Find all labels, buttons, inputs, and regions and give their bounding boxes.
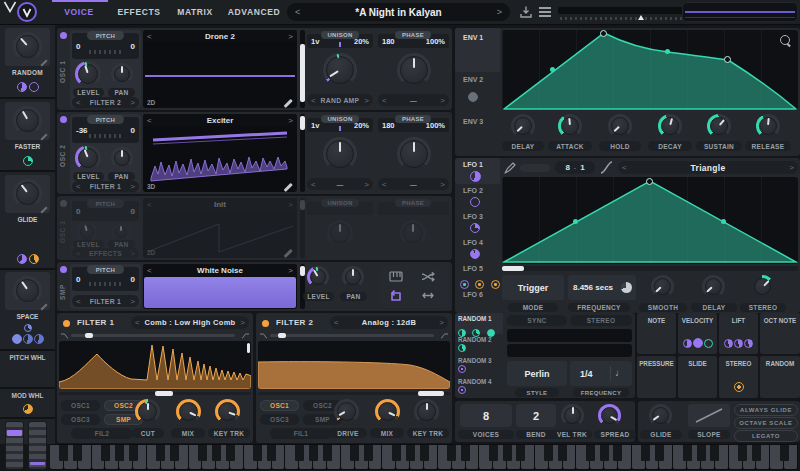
mod-amount-icon[interactable] (491, 280, 500, 289)
black-key[interactable] (350, 445, 359, 461)
filter2-keytrack-knob[interactable] (414, 399, 439, 424)
osc1-moda-selector[interactable]: < RAND AMP > (307, 94, 373, 106)
lfo1-mod-icon[interactable] (470, 171, 481, 182)
next-wavetable-icon[interactable]: > (288, 32, 293, 41)
next-wavetable-icon[interactable]: > (288, 200, 293, 209)
note-icon[interactable]: ♩ (615, 367, 625, 378)
black-key[interactable] (447, 445, 456, 461)
lfo-delay-knob[interactable] (702, 275, 725, 298)
osc1-view-mode[interactable]: 2D (147, 99, 155, 106)
black-key[interactable] (586, 445, 595, 461)
osc1-level-knob[interactable] (75, 61, 101, 87)
tab-matrix[interactable]: MATRIX (168, 0, 222, 24)
black-key[interactable] (613, 445, 622, 461)
osc3-unison-knob[interactable] (327, 220, 353, 246)
black-key[interactable] (406, 445, 415, 461)
filter2-power-button[interactable] (262, 320, 269, 327)
filter2-input-osc3[interactable]: OSC3 (260, 414, 299, 425)
smp-level-knob[interactable] (307, 266, 329, 288)
source-velocity[interactable]: VELOCITY (678, 313, 717, 354)
tab-voice[interactable]: VOICE (50, 0, 108, 24)
prev-wavetable-icon[interactable]: < (147, 200, 152, 209)
lfo-handle-right[interactable] (721, 219, 726, 224)
next-icon[interactable]: > (364, 180, 369, 189)
next-icon[interactable]: > (440, 180, 445, 189)
lfo-display[interactable] (502, 177, 798, 264)
osc2-level-knob[interactable] (75, 145, 101, 171)
slope-display[interactable] (688, 404, 730, 427)
black-key[interactable] (738, 445, 747, 461)
mod-amount-icon[interactable] (683, 339, 692, 348)
mod-amount-icon[interactable] (475, 280, 484, 289)
filter2-mix-knob[interactable] (375, 399, 400, 424)
legato-toggle[interactable]: LEGATO (734, 430, 798, 442)
filter1-input-osc3[interactable]: OSC3 (61, 414, 100, 425)
lfo-mode-control[interactable]: Trigger (502, 275, 564, 300)
random-frequency-value[interactable]: 1/4 (580, 369, 593, 379)
env-sustain-handle[interactable] (724, 56, 731, 63)
next-icon[interactable]: > (130, 249, 135, 258)
keyboard[interactable] (50, 444, 798, 470)
osc2-pitch-ticks[interactable] (89, 134, 122, 138)
mod-amount-icon[interactable] (693, 338, 703, 348)
filter1-link-fil2[interactable]: FIL2 (71, 428, 133, 439)
black-key[interactable] (323, 445, 332, 461)
osc2-power-button[interactable] (60, 116, 67, 123)
filter1-cutoff-thumb[interactable] (155, 391, 173, 396)
filter1-blend-thumb[interactable] (85, 333, 93, 338)
tab-advanced[interactable]: ADVANCED (224, 0, 284, 24)
osc1-phase-value[interactable]: 180 (382, 37, 395, 46)
filter2-drive-knob[interactable] (334, 399, 359, 424)
zoom-icon[interactable] (780, 35, 790, 45)
smp-pitch-ticks[interactable] (89, 282, 122, 286)
env-attack-handle[interactable] (600, 30, 607, 37)
random4-tab-label[interactable]: RANDOM 4 (458, 378, 492, 385)
macro1-knob[interactable] (13, 32, 42, 61)
black-key[interactable] (226, 445, 235, 461)
osc2-moda-selector[interactable]: < — > (307, 178, 373, 190)
lfo4-tab-label[interactable]: LFO 4 (463, 239, 483, 246)
env-decay-knob[interactable] (658, 114, 682, 138)
glide-knob[interactable] (649, 404, 672, 427)
filter1-model-selector[interactable]: < Comb : Low High Comb > (131, 316, 249, 329)
mod-amount-icon[interactable] (24, 324, 32, 332)
random3-mod-icon[interactable] (458, 365, 466, 373)
osc1-power-button[interactable] (60, 32, 67, 39)
next-icon[interactable]: > (439, 318, 444, 327)
loop-icon[interactable] (389, 289, 403, 302)
env-attack-power-handle[interactable] (550, 67, 555, 72)
always-glide-toggle[interactable]: ALWAYS GLIDE (734, 404, 798, 416)
spread-knob[interactable] (598, 404, 621, 427)
menu-icon[interactable] (539, 7, 551, 17)
black-key[interactable] (129, 445, 138, 461)
preset-browser[interactable]: < *A Night in Kalyan > (287, 3, 510, 21)
osc3-wavetable-name[interactable]: Init (214, 200, 226, 209)
env-sustain-knob[interactable] (707, 114, 731, 138)
mod-amount-icon[interactable] (734, 382, 744, 392)
black-key[interactable] (392, 445, 401, 461)
random2-mod-icon[interactable] (458, 344, 466, 352)
lfo-handle-left[interactable] (573, 219, 578, 224)
env-decay-power-handle[interactable] (665, 49, 670, 54)
osc1-modb-selector[interactable]: < — > (378, 94, 449, 106)
lfo2-mod-icon[interactable] (470, 197, 480, 207)
env-hold-knob[interactable] (608, 114, 632, 138)
black-key[interactable] (780, 445, 789, 461)
osc1-wavetable-name[interactable]: Drone 2 (205, 32, 235, 41)
osc2-unison-knob[interactable] (323, 137, 357, 171)
source-oct-note[interactable]: OCT NOTE (760, 313, 800, 354)
mod-amount-icon[interactable] (460, 280, 469, 289)
osc1-frame-slider[interactable] (300, 30, 305, 108)
paint-icon[interactable] (504, 162, 516, 174)
filter1-keytrack-knob[interactable] (215, 399, 240, 424)
black-key[interactable] (267, 445, 276, 461)
random-style-control[interactable]: Perlin (507, 361, 567, 386)
mod-amount-icon[interactable] (29, 82, 39, 92)
black-key[interactable] (212, 445, 221, 461)
random3-tab-label[interactable]: RANDOM 3 (458, 357, 492, 364)
osc3-routing-selector[interactable]: < EFFECTS > (72, 248, 139, 258)
lfo3-tab-label[interactable]: LFO 3 (463, 213, 483, 220)
mod-amount-icon[interactable] (23, 404, 33, 414)
osc1-unison-voices[interactable]: 1v (311, 37, 319, 46)
osc3-phase-knob[interactable] (400, 220, 426, 246)
